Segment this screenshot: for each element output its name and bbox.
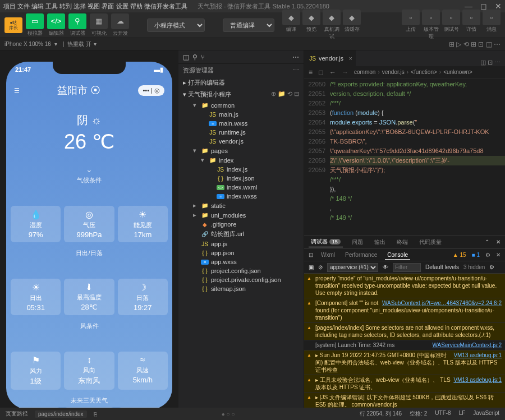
file-tree: ▾📁commonJSmain.js≡main.wxssJSruntime.jsJ… xyxy=(178,100,304,408)
debugger-button[interactable]: ⚲ xyxy=(68,13,86,29)
chevron-down-icon[interactable]: ⌄ xyxy=(6,165,172,174)
tree-.gitignore[interactable]: ◆.gitignore xyxy=(178,220,304,229)
close-tab-icon[interactable]: × xyxy=(349,55,352,62)
scm-icon[interactable]: ⑂ xyxy=(201,53,205,61)
simulator-button[interactable]: ▭ xyxy=(26,13,44,29)
tree-app.wxss[interactable]: ≡app.wxss xyxy=(178,257,304,266)
filter-input[interactable] xyxy=(393,263,421,272)
editor-top-icons[interactable]: ⊞ ▷ ⟲ ⊞ ⊡ ◫ ⋯ xyxy=(449,40,501,48)
menu-编辑[interactable]: 编辑 xyxy=(31,3,44,10)
con-tab-输出[interactable]: 输出 xyxy=(372,237,388,247)
editor-button[interactable]: </> xyxy=(47,13,65,29)
capsule-button[interactable]: ••• | ◎ xyxy=(138,85,164,96)
search-icon[interactable]: ⚲ xyxy=(192,53,198,61)
menu-转到[interactable]: 转到 xyxy=(59,3,72,10)
right-测试号[interactable]: ▫ xyxy=(442,10,460,25)
levels-select[interactable]: Default levels xyxy=(425,264,459,270)
device-select[interactable]: iPhone X 100% 16 xyxy=(4,41,51,47)
menu-工具[interactable]: 工具 xyxy=(45,3,58,10)
tree-app.json[interactable]: { }app.json xyxy=(178,248,304,257)
action-预览[interactable]: ◆ xyxy=(302,10,320,25)
tree-vendor.js[interactable]: JSvendor.js xyxy=(178,137,304,146)
tree-project.private.config.json[interactable]: { }project.private.config.json xyxy=(178,275,304,284)
phone-frame: 21:47▬▮ ☰ 益阳市 ⦿ ••• | ◎ 阴 ☼ 26 ℃ ⌄ 气候条件 … xyxy=(6,62,172,409)
menu-文件[interactable]: 文件 xyxy=(17,3,30,10)
menu-项目[interactable]: 项目 xyxy=(3,3,16,10)
project-root[interactable]: ▾ 天气预报小程序 ⊕ 📁 ⟲ ⊟ xyxy=(178,89,304,100)
inspect-icon[interactable]: ⊡ xyxy=(309,252,313,258)
compile-select[interactable]: 普通编译 xyxy=(223,19,274,32)
right-详情[interactable]: ▫ xyxy=(462,10,480,25)
right-上传[interactable]: ▫ xyxy=(402,10,420,25)
location-icon: ⦿ xyxy=(90,85,100,96)
hot-reload[interactable]: 热重载 开 xyxy=(67,40,91,48)
context-select[interactable]: appservice (#1) xyxy=(327,263,378,272)
panel-气压: ◎气压999hPa xyxy=(64,206,114,242)
tree-static[interactable]: ▸📁static xyxy=(178,201,304,210)
tree-站长图库.url[interactable]: 🔗站长图库.url xyxy=(178,229,304,239)
con-tab-调试器[interactable]: 调试器 15 xyxy=(309,237,343,247)
tree-project.config.json[interactable]: { }project.config.json xyxy=(178,266,304,275)
tree-uni_modules[interactable]: ▸📁uni_modules xyxy=(178,210,304,220)
gear-icon[interactable]: ⚙ xyxy=(489,264,494,270)
toggle-icon[interactable]: ≡ xyxy=(309,68,313,76)
right-版本管理[interactable]: ▫ xyxy=(422,10,440,25)
explorer-pane: ◫⚲⑂⋯ 资源管理器⋯ ▸ 打开的编辑器 ▾ 天气预报小程序 ⊕ 📁 ⟲ ⊟ ▾… xyxy=(178,50,304,420)
tree-pages[interactable]: ▾📁pages xyxy=(178,146,304,155)
action-真机调试[interactable]: ◆ xyxy=(323,10,341,25)
mode-select[interactable]: 小程序模式 xyxy=(147,19,205,32)
menu-帮助[interactable]: 帮助 xyxy=(130,3,143,10)
con-tab-问题[interactable]: 问题 xyxy=(350,237,365,247)
line-gutter: 2205022051220522205322054220552205622057… xyxy=(304,79,330,235)
log-line: WAServiceMainContext.js:2[system] Launch… xyxy=(304,340,505,350)
back-icon[interactable]: ← xyxy=(329,68,336,76)
menu-微信开发者工具[interactable]: 微信开发者工具 xyxy=(144,3,187,10)
tree-index.wxss[interactable]: ≡index.wxss xyxy=(178,192,304,201)
cloud-button[interactable]: ☁ xyxy=(111,13,129,29)
action-清缓存[interactable]: ◆ xyxy=(343,10,361,25)
bookmark-icon[interactable]: ◻ xyxy=(318,68,324,76)
panel-最高温度: 🌡最高温度28℃ xyxy=(64,279,114,315)
open-editors[interactable]: ▸ 打开的编辑器 xyxy=(178,77,304,89)
tree-main.wxss[interactable]: ≡main.wxss xyxy=(178,119,304,128)
gear-icon[interactable]: ⚙ xyxy=(485,252,490,258)
simulator-pane: 21:47▬▮ ☰ 益阳市 ⦿ ••• | ◎ 阴 ☼ 26 ℃ ⌄ 气候条件 … xyxy=(0,50,178,420)
page-path[interactable]: pages/index/index xyxy=(35,410,87,418)
tree-index.wxml[interactable]: <>index.wxml xyxy=(178,183,304,192)
code-body[interactable]: /*! exports provided: applicationKey, qw… xyxy=(330,79,505,235)
tree-index[interactable]: ▾📁index xyxy=(178,155,304,165)
tree-sitemap.json[interactable]: { }sitemap.json xyxy=(178,284,304,293)
eye-icon[interactable]: 👁 xyxy=(383,264,388,270)
menu-选择[interactable]: 选择 xyxy=(74,3,86,10)
sidebar-icon[interactable]: ▣ xyxy=(309,264,314,270)
tree-runtime.js[interactable]: JSruntime.js xyxy=(178,128,304,137)
tree-app.js[interactable]: JSapp.js xyxy=(178,239,304,248)
chevron-up-icon[interactable]: ⌃ xyxy=(485,239,489,245)
logo-button[interactable]: ●站库长 xyxy=(4,17,22,33)
tree-index.js[interactable]: JSindex.js xyxy=(178,165,304,174)
log-line: property "mode" of "uni_modules/uview-ui… xyxy=(304,274,505,298)
panel-风力: ⚑风力1级 xyxy=(11,352,61,390)
console-pane: 调试器 15问题输出终端代码质量⌃ ✕ ⊡ Wxml Performance C… xyxy=(304,235,505,420)
tree-index.json[interactable]: { }index.json xyxy=(178,174,304,183)
panel-icon[interactable]: ◫ xyxy=(183,53,189,61)
close-panel-icon[interactable]: ✕ xyxy=(496,252,501,258)
breadcrumb[interactable]: common›vendor.js›<function>›<unknown> xyxy=(354,69,501,75)
copy-icon[interactable]: ⎘ xyxy=(94,411,97,417)
menu-界面[interactable]: 界面 xyxy=(102,3,114,10)
con-tab-终端[interactable]: 终端 xyxy=(394,237,410,247)
con-tab-代码质量[interactable]: 代码质量 xyxy=(417,237,444,247)
log-line: WASubContext.js?t=we…46437460&v=2.24.6:2… xyxy=(304,298,505,323)
clear-icon[interactable]: ⊘ xyxy=(318,264,323,270)
menu-设置[interactable]: 设置 xyxy=(116,3,128,10)
visual-button[interactable]: ▦ xyxy=(90,13,108,29)
tab-vendor[interactable]: JSvendor.js× xyxy=(304,50,356,66)
forward-icon[interactable]: → xyxy=(342,68,348,76)
action-编译[interactable]: ◆ xyxy=(282,10,300,25)
menu-视图[interactable]: 视图 xyxy=(88,3,100,10)
right-消息[interactable]: ▫ xyxy=(483,10,501,25)
tree-main.js[interactable]: JSmain.js xyxy=(178,110,304,119)
menu-icon[interactable]: ☰ xyxy=(14,87,20,94)
close-icon[interactable]: ✕ xyxy=(496,239,501,245)
tree-common[interactable]: ▾📁common xyxy=(178,100,304,110)
